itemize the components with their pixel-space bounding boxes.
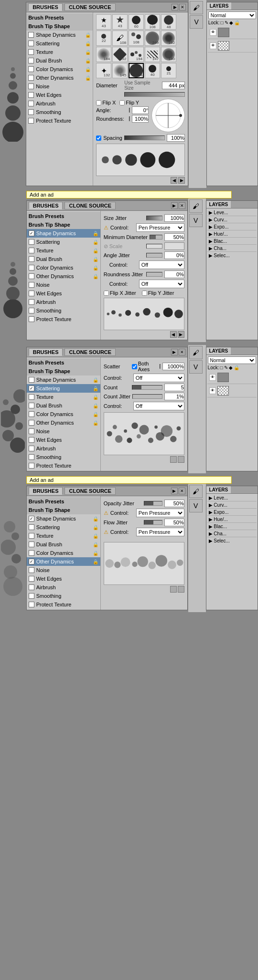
adj-item-expo-4[interactable]: ▶ Expo... [207, 509, 257, 516]
checkbox-noise-1[interactable] [28, 83, 34, 89]
checkbox-airbrush-4[interactable] [29, 584, 34, 590]
scatter-slider[interactable] [160, 364, 161, 369]
lock-icon-1[interactable]: □ [221, 20, 224, 25]
opacity-jitter-input[interactable] [164, 500, 184, 507]
lock-icon-2[interactable]: ✎ [225, 20, 228, 25]
layer-item-3b[interactable]: 👁 [207, 384, 257, 397]
count-jitter-input[interactable] [164, 393, 184, 400]
preset-162[interactable]: 162 [161, 31, 176, 46]
flip-y-jitter-label[interactable]: Flip Y Jitter [142, 290, 174, 296]
sidebar-item-shape-dynamics-2[interactable]: Shape Dynamics 🔒 [27, 229, 100, 238]
count-jitter-control-select[interactable]: Off [133, 402, 184, 410]
layer-eye-1[interactable]: 👁 [210, 29, 216, 36]
sidebar-item-color-dynamics-2[interactable]: Color Dynamics 🔒 [27, 263, 100, 272]
flip-x-label-1[interactable]: Flip X [96, 100, 116, 105]
sidebar-item-protect-texture-4[interactable]: Protect Texture [27, 600, 100, 609]
checkbox-color-dynamics-2[interactable] [29, 265, 34, 271]
checkbox-protect-texture-3[interactable] [29, 463, 34, 469]
sidebar-item-protect-texture-2[interactable]: Protect Texture [27, 315, 100, 323]
angle-input-1[interactable] [132, 106, 149, 114]
sidebar-item-other-dynamics-3[interactable]: Other Dynamics 🔒 [27, 418, 100, 427]
layers-tab-1[interactable]: LAYERS [207, 2, 232, 10]
sidebar-item-protect-texture-1[interactable]: Protect Texture [26, 116, 93, 125]
checkbox-scattering-3[interactable] [29, 386, 34, 391]
sidebar-item-other-dynamics-4[interactable]: Other Dynamics 🔒 [27, 557, 100, 566]
preset-132[interactable]: ✦132 [96, 63, 111, 78]
flip-y-jitter-checkbox[interactable] [142, 291, 147, 296]
adj-item-hue-4[interactable]: ▶ Hue/... [207, 516, 257, 523]
preset-60-circle[interactable]: 60 [129, 14, 144, 30]
layer-item-3a[interactable]: 👁 [207, 371, 257, 384]
sidebar-item-dual-brush-1[interactable]: Dual Brush 🔒 [26, 56, 93, 65]
opacity-jitter-slider[interactable] [144, 501, 162, 506]
sidebar-item-noise-3[interactable]: Noise [27, 427, 100, 436]
size-jitter-input[interactable] [164, 214, 184, 222]
toolbar-btn-v-3[interactable]: V [189, 360, 203, 374]
adj-item-chan-2[interactable]: ▶ Cha... [207, 245, 257, 252]
opacity-control-select[interactable]: Pen Pressure [136, 509, 184, 517]
lock-icon-3[interactable]: ◆ [229, 20, 233, 25]
sidebar-brush-tip-shape-4[interactable]: Brush Tip Shape [27, 506, 100, 514]
control-select-2[interactable]: Off [139, 261, 184, 269]
both-axes-checkbox[interactable] [132, 364, 137, 369]
preset-108-circle[interactable]: 108 [145, 14, 160, 30]
sidebar-item-other-dynamics-2[interactable]: Other Dynamics 🔒 [27, 272, 100, 281]
checkbox-shape-dynamics-1[interactable] [28, 32, 34, 38]
preset-444[interactable]: 444 [129, 63, 144, 78]
tab-brushes-4[interactable]: BRUSHES [29, 487, 63, 495]
flip-y-checkbox-1[interactable] [119, 100, 125, 105]
panel-btn-menu-3[interactable]: ▶ [171, 349, 178, 355]
toolbar-btn-brush-1[interactable]: 🖌 [190, 1, 203, 14]
min-diameter-input[interactable] [164, 233, 184, 241]
sidebar-brush-tip-shape-1[interactable]: Brush Tip Shape [26, 22, 93, 31]
preset-108-fan[interactable]: 🖌108 [112, 31, 128, 46]
layer-item-1[interactable]: 👁 [208, 26, 257, 39]
flow-jitter-slider[interactable] [144, 520, 162, 525]
tab-clone-source-1[interactable]: CLONE SOURCE [64, 3, 116, 11]
checkbox-other-dynamics-1[interactable] [28, 75, 34, 81]
checkbox-color-dynamics-3[interactable] [29, 411, 34, 417]
preset-147[interactable]: 147 [145, 47, 160, 62]
sidebar-item-wet-edges-4[interactable]: Wet Edges [27, 574, 100, 583]
roundness-jitter-input[interactable] [164, 271, 184, 278]
checkbox-dual-brush-2[interactable] [29, 256, 34, 262]
layer-eye-3a[interactable]: 👁 [209, 374, 216, 381]
sidebar-item-texture-1[interactable]: Texture 🔒 [26, 48, 93, 56]
sidebar-item-texture-3[interactable]: Texture 🔒 [27, 393, 100, 401]
lock-icon-3c[interactable]: ◆ [229, 365, 233, 370]
flip-y-label-1[interactable]: Flip Y [119, 100, 139, 105]
preset-108-scatter[interactable]: 108 [129, 31, 144, 46]
adj-item-levels-2[interactable]: ▶ Leve... [207, 209, 257, 216]
lock-icon-3d[interactable]: 🔒 [234, 365, 239, 370]
checkbox-shape-dynamics-3[interactable] [29, 377, 34, 383]
tab-brushes-1[interactable]: BRUSHES [28, 3, 63, 11]
sidebar-item-smoothing-3[interactable]: Smoothing [27, 453, 100, 461]
diameter-slider-1[interactable] [124, 92, 185, 97]
spacing-checkbox-1[interactable] [96, 136, 101, 141]
adj-item-curves-4[interactable]: ▶ Curv... [207, 502, 257, 509]
checkbox-smoothing-3[interactable] [29, 454, 34, 460]
checkbox-protect-texture-1[interactable] [28, 118, 34, 124]
count-input[interactable] [164, 384, 184, 391]
panel-bottom-btn-8[interactable] [178, 586, 184, 593]
sidebar-item-smoothing-2[interactable]: Smoothing [27, 306, 100, 315]
sidebar-item-wet-edges-2[interactable]: Wet Edges [27, 289, 100, 298]
checkbox-wet-edges-3[interactable] [29, 437, 34, 443]
checkbox-color-dynamics-4[interactable] [29, 550, 34, 556]
toolbar-btn-v-4[interactable]: V [189, 499, 203, 512]
angle-jitter-input[interactable] [164, 251, 184, 259]
preset-194[interactable]: 194 [129, 47, 144, 62]
roundness-slider-1[interactable] [129, 116, 130, 121]
checkbox-shape-dynamics-4[interactable] [29, 516, 34, 521]
checkbox-smoothing-1[interactable] [28, 109, 34, 115]
count-jitter-slider[interactable] [132, 394, 162, 399]
control-select-3[interactable]: Off [139, 280, 184, 288]
toolbar-btn-select-1[interactable]: V [190, 15, 203, 29]
panel-btn-menu-1[interactable]: ▶ [172, 4, 178, 10]
sidebar-item-wet-edges-1[interactable]: Wet Edges [26, 91, 93, 99]
checkbox-scattering-2[interactable] [29, 239, 34, 245]
preset-22-circle[interactable]: 22 [96, 31, 111, 46]
checkbox-airbrush-3[interactable] [29, 446, 34, 451]
checkbox-wet-edges-4[interactable] [29, 576, 34, 582]
preset-40[interactable]: 40 [145, 63, 160, 78]
